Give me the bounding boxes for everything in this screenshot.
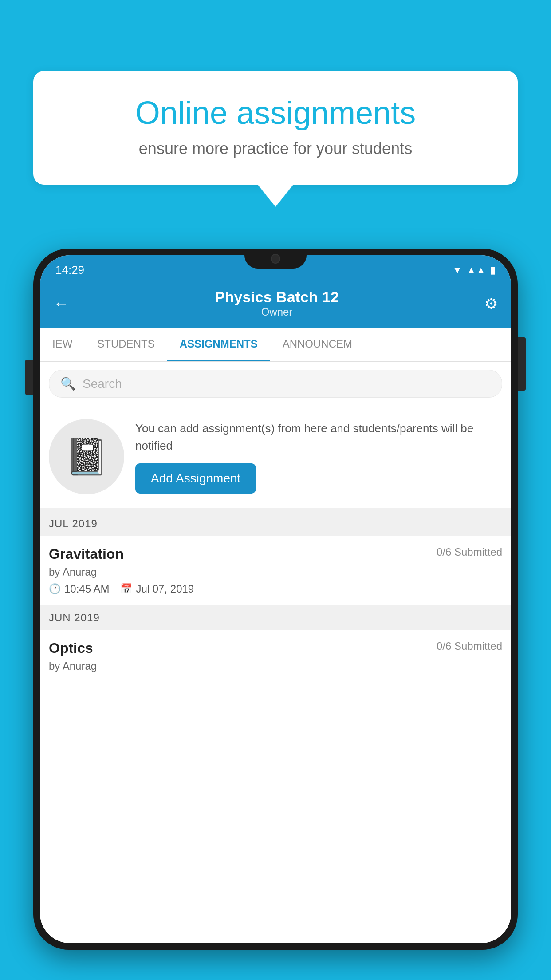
assignment-top-row: Gravitation 0/6 Submitted (49, 546, 502, 562)
assignment-meta-gravitation: 🕐 10:45 AM 📅 Jul 07, 2019 (49, 583, 502, 595)
month-header-jun: JUN 2019 (40, 605, 511, 630)
assignment-icon-circle: 📓 (49, 419, 124, 494)
tab-assignments[interactable]: ASSIGNMENTS (167, 328, 270, 361)
assignment-time-gravitation: 🕐 10:45 AM (49, 583, 109, 595)
battery-icon: ▮ (490, 265, 496, 276)
header-role-subtitle: Owner (215, 306, 339, 318)
phone-container: 14:29 ▼ ▲▲ ▮ ← Physics Batch 12 Owner ⚙ (33, 249, 518, 980)
tab-announcements[interactable]: ANNOUNCEM (270, 328, 365, 361)
app-header: ← Physics Batch 12 Owner ⚙ (40, 281, 511, 328)
assignment-name-gravitation: Gravitation (49, 546, 124, 562)
add-assignment-section: 📓 You can add assignment(s) from here an… (40, 406, 511, 511)
settings-button[interactable]: ⚙ (484, 295, 498, 312)
assignment-by-optics: by Anurag (49, 660, 502, 672)
search-placeholder: Search (83, 377, 122, 391)
status-icons: ▼ ▲▲ ▮ (453, 265, 496, 276)
wifi-icon: ▼ (453, 265, 462, 276)
tabs-container: IEW STUDENTS ASSIGNMENTS ANNOUNCEM (40, 328, 511, 362)
status-time: 14:29 (55, 263, 84, 277)
assignment-submitted-gravitation: 0/6 Submitted (437, 546, 502, 558)
assignment-item-gravitation[interactable]: Gravitation 0/6 Submitted by Anurag 🕐 10… (40, 536, 511, 605)
phone-outer: 14:29 ▼ ▲▲ ▮ ← Physics Batch 12 Owner ⚙ (33, 249, 518, 950)
clock-icon: 🕐 (49, 583, 61, 595)
speech-bubble-card: Online assignments ensure more practice … (33, 71, 518, 185)
back-button[interactable]: ← (53, 294, 69, 313)
assignment-date-gravitation: 📅 Jul 07, 2019 (120, 583, 194, 595)
notebook-icon: 📓 (64, 436, 109, 478)
tab-students[interactable]: STUDENTS (85, 328, 167, 361)
speech-bubble-arrow (258, 185, 293, 207)
signal-icon: ▲▲ (466, 265, 486, 276)
tab-iew[interactable]: IEW (40, 328, 85, 361)
speech-bubble-subtitle: ensure more practice for your students (60, 139, 491, 158)
assignment-item-optics[interactable]: Optics 0/6 Submitted by Anurag (40, 630, 511, 687)
add-assignment-right: You can add assignment(s) from here and … (135, 420, 502, 494)
search-icon: 🔍 (60, 376, 76, 391)
phone-screen: 14:29 ▼ ▲▲ ▮ ← Physics Batch 12 Owner ⚙ (40, 255, 511, 943)
front-camera (271, 254, 280, 264)
add-assignment-button[interactable]: Add Assignment (135, 463, 256, 494)
speech-bubble-container: Online assignments ensure more practice … (33, 71, 518, 207)
speech-bubble-title: Online assignments (60, 95, 491, 130)
assignment-submitted-optics: 0/6 Submitted (437, 640, 502, 652)
assignment-optics-top-row: Optics 0/6 Submitted (49, 640, 502, 656)
add-assignment-description: You can add assignment(s) from here and … (135, 420, 502, 454)
month-header-jul: JUL 2019 (40, 511, 511, 536)
header-batch-title: Physics Batch 12 (215, 288, 339, 306)
search-bar[interactable]: 🔍 Search (49, 370, 502, 398)
search-bar-container: 🔍 Search (40, 362, 511, 406)
assignment-by-gravitation: by Anurag (49, 566, 502, 578)
header-title-section: Physics Batch 12 Owner (215, 288, 339, 318)
phone-notch (244, 249, 307, 269)
phone-inner: 14:29 ▼ ▲▲ ▮ ← Physics Batch 12 Owner ⚙ (40, 255, 511, 943)
calendar-icon: 📅 (120, 583, 132, 595)
assignment-name-optics: Optics (49, 640, 93, 656)
content-area: 🔍 Search 📓 You can add assignment(s) fro… (40, 362, 511, 943)
